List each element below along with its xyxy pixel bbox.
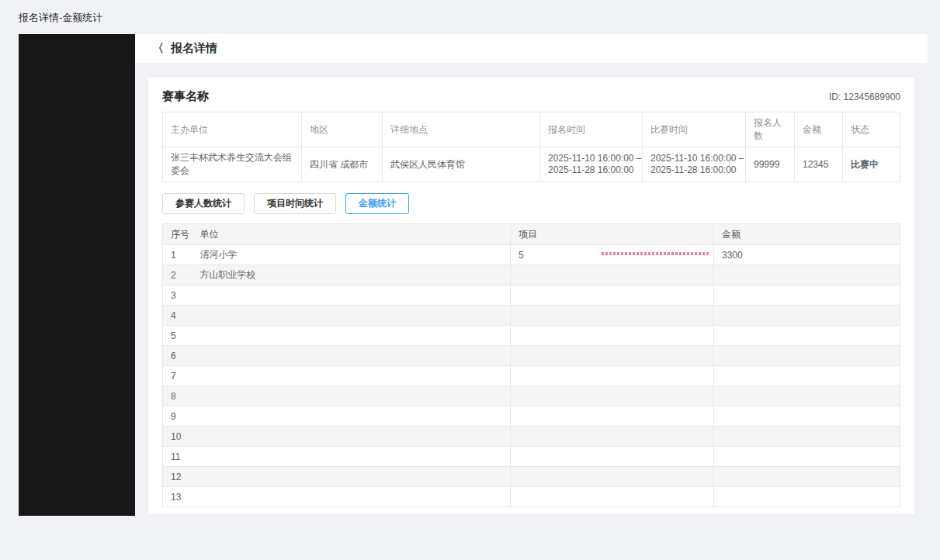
row-unit-cell: 方山职业学校 bbox=[193, 265, 511, 285]
match-time-line1: 2025-11-10 16:00:00 – bbox=[650, 153, 737, 164]
row-index-cell: 3 bbox=[163, 285, 193, 306]
row-unit-cell bbox=[193, 386, 511, 406]
match-time-cell: 2025-11-10 16:00:00 – 2025-11-28 16:00:0… bbox=[643, 147, 746, 182]
stats-table-row: 1 清河小学 5 3300 bbox=[163, 245, 900, 265]
stats-table-row: 5 bbox=[163, 326, 900, 346]
row-project-cell bbox=[511, 427, 714, 447]
col-amount: 金额 bbox=[795, 112, 843, 147]
stats-table-row: 6 bbox=[163, 346, 900, 366]
row-unit-cell bbox=[193, 406, 511, 427]
stats-table-row: 4 bbox=[163, 306, 900, 326]
row-project-cell bbox=[511, 406, 714, 427]
organizer-cell: 张三丰杯武术养生交流大会组委会 bbox=[163, 147, 302, 182]
sidebar bbox=[19, 34, 135, 516]
row-amount-cell bbox=[714, 406, 900, 427]
row-amount-cell bbox=[714, 487, 900, 507]
event-info-data-row: 张三丰杯武术养生交流大会组委会 四川省 成都市 武侯区人民体育馆 2025-11… bbox=[163, 147, 900, 182]
row-unit-cell bbox=[193, 487, 511, 507]
main-content: 〈 报名详情 赛事名称 ID: 12345689900 主办单位 地区 详细地点… bbox=[135, 34, 928, 516]
row-amount-cell bbox=[714, 447, 900, 467]
signup-count-cell: 99999 bbox=[746, 147, 795, 182]
row-unit-cell bbox=[193, 346, 511, 366]
row-project-cell bbox=[511, 306, 714, 326]
row-project-cell bbox=[511, 487, 714, 507]
col-unit: 单位 bbox=[193, 224, 511, 245]
event-id: ID: 12345689900 bbox=[829, 92, 900, 102]
region-cell: 四川省 成都市 bbox=[302, 147, 383, 182]
row-amount-cell bbox=[714, 366, 900, 386]
stats-table-wrap: 序号 单位 项目 金额 1 清河小学 5 3300 2 方山职业学校 3 4 bbox=[162, 223, 900, 507]
row-index-cell: 12 bbox=[163, 467, 193, 487]
col-match-time: 比赛时间 bbox=[643, 112, 746, 147]
stats-header-row: 序号 单位 项目 金额 bbox=[163, 224, 900, 245]
row-amount-cell bbox=[714, 346, 900, 366]
stats-table-row: 12 bbox=[163, 467, 900, 487]
col-signup-time: 报名时间 bbox=[540, 112, 643, 147]
page-title: 报名详情-金额统计 bbox=[19, 11, 102, 25]
row-unit-cell bbox=[193, 366, 511, 386]
back-chevron-icon: 〈 bbox=[152, 41, 164, 56]
row-amount-cell bbox=[714, 386, 900, 406]
amount-cell: 12345 bbox=[795, 147, 843, 182]
stats-table-row: 9 bbox=[163, 406, 900, 427]
col-index: 序号 bbox=[163, 224, 193, 245]
stats-tabs: 参赛人数统计 项目时间统计 金额统计 bbox=[162, 193, 900, 214]
row-index-cell: 1 bbox=[163, 245, 193, 265]
col-address: 详细地点 bbox=[383, 112, 540, 147]
row-project-cell bbox=[511, 467, 714, 487]
row-unit-cell bbox=[193, 427, 511, 447]
event-title-row: 赛事名称 ID: 12345689900 bbox=[162, 89, 900, 104]
row-unit-cell: 清河小学 bbox=[193, 245, 511, 265]
row-project-cell bbox=[511, 326, 714, 346]
row-unit-cell bbox=[193, 306, 511, 326]
col-signup-count: 报名人数 bbox=[746, 112, 795, 147]
row-index-cell: 11 bbox=[163, 447, 193, 467]
tab-project-time-stats[interactable]: 项目时间统计 bbox=[254, 193, 336, 214]
event-info-table: 主办单位 地区 详细地点 报名时间 比赛时间 报名人数 金额 状态 张三丰杯武术… bbox=[162, 112, 900, 182]
stats-table-row: 7 bbox=[163, 366, 900, 386]
col-status: 状态 bbox=[843, 112, 900, 147]
row-index-cell: 5 bbox=[163, 326, 193, 346]
stats-table-row: 3 bbox=[163, 285, 900, 306]
row-amount-cell bbox=[714, 306, 900, 326]
row-index-cell: 7 bbox=[163, 366, 193, 386]
row-amount-cell bbox=[714, 467, 900, 487]
row-project-cell bbox=[511, 366, 714, 386]
stats-table: 序号 单位 项目 金额 1 清河小学 5 3300 2 方山职业学校 3 4 bbox=[162, 223, 900, 507]
stats-table-body: 1 清河小学 5 3300 2 方山职业学校 3 4 5 6 7 bbox=[163, 245, 900, 507]
stats-table-row: 10 bbox=[163, 427, 900, 447]
row-index-cell: 9 bbox=[163, 406, 193, 427]
row-index-cell: 6 bbox=[163, 346, 193, 366]
row-unit-cell bbox=[193, 467, 511, 487]
row-index-cell: 8 bbox=[163, 386, 193, 406]
row-project-cell bbox=[511, 285, 714, 306]
row-amount-cell bbox=[714, 285, 900, 306]
row-unit-cell bbox=[193, 285, 511, 306]
row-unit-cell bbox=[193, 447, 511, 467]
detail-topbar: 〈 报名详情 bbox=[135, 34, 928, 63]
row-project-cell: 5 bbox=[511, 245, 714, 265]
row-amount-cell: 3300 bbox=[714, 245, 900, 265]
status-badge: 比赛中 bbox=[843, 147, 900, 182]
row-index-cell: 2 bbox=[163, 265, 193, 285]
stats-table-row: 11 bbox=[163, 447, 900, 467]
row-amount-cell bbox=[714, 265, 900, 285]
signup-time-line1: 2025-11-10 16:00:00 – bbox=[548, 153, 634, 164]
signup-time-line2: 2025-11-28 16:00:00 bbox=[548, 164, 634, 176]
match-time-line2: 2025-11-28 16:00:00 bbox=[650, 164, 737, 176]
tab-amount-stats[interactable]: 金额统计 bbox=[345, 193, 409, 214]
row-project-cell bbox=[511, 386, 714, 406]
address-cell: 武侯区人民体育馆 bbox=[383, 147, 540, 182]
event-detail-card: 赛事名称 ID: 12345689900 主办单位 地区 详细地点 报名时间 比… bbox=[147, 76, 915, 515]
row-project-cell bbox=[511, 447, 714, 467]
col-region: 地区 bbox=[302, 112, 383, 147]
signup-time-cell: 2025-11-10 16:00:00 – 2025-11-28 16:00:0… bbox=[540, 147, 643, 182]
row-project-cell bbox=[511, 265, 714, 285]
col-organizer: 主办单位 bbox=[163, 112, 302, 147]
back-button[interactable]: 〈 bbox=[152, 41, 164, 56]
stats-table-row: 2 方山职业学校 bbox=[163, 265, 900, 285]
col-row-amount: 金额 bbox=[714, 224, 900, 245]
row-index-cell: 10 bbox=[163, 427, 193, 447]
stats-table-row: 8 bbox=[163, 386, 900, 406]
tab-participant-count-stats[interactable]: 参赛人数统计 bbox=[162, 193, 245, 214]
